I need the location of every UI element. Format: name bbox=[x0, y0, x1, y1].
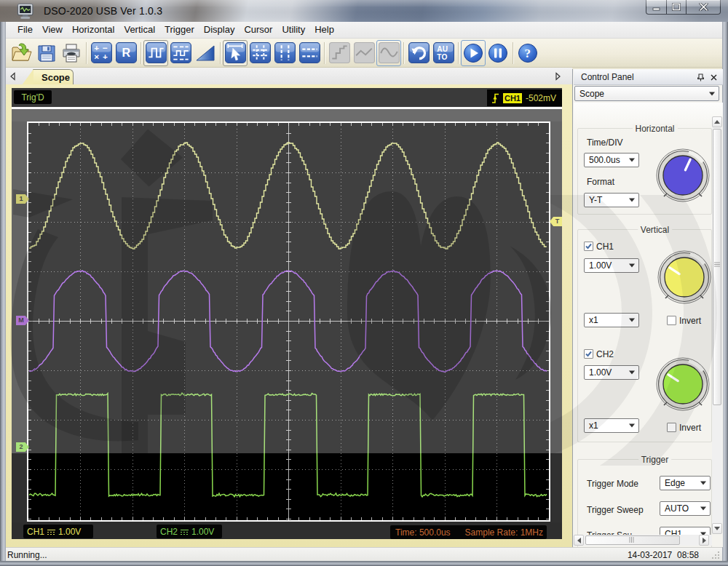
panel-selector-dropdown[interactable]: Scope bbox=[574, 86, 719, 101]
ch2-enable-checkbox[interactable] bbox=[584, 349, 593, 359]
toolbar-step-interp-button[interactable] bbox=[327, 40, 352, 66]
trigger-sweep-label: Trigger Sweep bbox=[587, 505, 644, 515]
time-div-knob[interactable] bbox=[654, 147, 711, 204]
panel-vscrollbar[interactable] bbox=[712, 116, 722, 534]
toolbar-refresh-button[interactable] bbox=[406, 40, 431, 66]
menu-display[interactable]: Display bbox=[199, 23, 240, 38]
math-icon: +−×+ bbox=[91, 42, 112, 63]
toolbar-horizontal-cursors-button[interactable] bbox=[297, 40, 322, 66]
toolbar-math-button[interactable]: +−×+ bbox=[89, 40, 114, 66]
toolbar-sine-interp-button[interactable] bbox=[376, 40, 401, 66]
trigger-mode-dropdown[interactable]: Edge bbox=[660, 476, 711, 490]
menu-utility[interactable]: Utility bbox=[277, 23, 309, 38]
toolbar-vertical-cursors-button[interactable] bbox=[272, 40, 297, 66]
status-bar: Running... 14-03-2017 08:58 bbox=[6, 547, 722, 561]
toolbar-cursor-button[interactable] bbox=[223, 40, 248, 66]
menu-help[interactable]: Help bbox=[310, 23, 339, 38]
trigger-level-marker[interactable]: T bbox=[550, 217, 562, 226]
vscroll-thumb[interactable] bbox=[713, 129, 721, 405]
ch2-invert-checkbox[interactable] bbox=[667, 423, 676, 432]
trigger-sweep-dropdown[interactable]: AUTO bbox=[660, 501, 711, 516]
sample-rate-value: Sample Rate: 1MHz bbox=[465, 527, 543, 538]
vertical-group-title: Vertical bbox=[638, 225, 672, 235]
scroll-down-button[interactable] bbox=[712, 523, 722, 534]
trigger-edge-icon bbox=[491, 92, 499, 104]
ch2-position-knob[interactable] bbox=[654, 356, 711, 412]
linear-interp-icon bbox=[354, 42, 375, 63]
menu-trigger[interactable]: Trigger bbox=[160, 23, 199, 38]
panel-close-icon[interactable] bbox=[711, 74, 717, 81]
toolbar-grid-button[interactable] bbox=[248, 40, 272, 66]
maximize-button[interactable] bbox=[666, 0, 687, 15]
menu-cursor[interactable]: Cursor bbox=[240, 23, 277, 38]
toolbar-pause-button[interactable] bbox=[486, 40, 510, 66]
ch1-probe-dropdown[interactable]: x1 bbox=[584, 313, 639, 327]
toolbar-separator bbox=[401, 41, 406, 65]
scroll-right-button[interactable] bbox=[699, 535, 709, 546]
toolbar-open-button[interactable] bbox=[9, 40, 34, 66]
tab-scroll-left-icon[interactable] bbox=[9, 72, 17, 81]
control-panel-header[interactable]: Control Panel bbox=[574, 69, 723, 85]
panel-hscrollbar[interactable] bbox=[574, 535, 712, 546]
grid-icon bbox=[250, 42, 271, 63]
toolbar-reference-button[interactable]: R bbox=[114, 40, 138, 66]
toolbar-separator bbox=[322, 41, 327, 65]
window-border-bottom bbox=[0, 561, 728, 566]
menu-view[interactable]: View bbox=[38, 23, 67, 38]
menu-bar: FileViewHorizontalVerticalTriggerDisplay… bbox=[6, 22, 722, 39]
ch1-scale-dropdown[interactable]: 1.00V bbox=[584, 258, 639, 273]
toolbar-ramp-button[interactable] bbox=[193, 40, 218, 66]
time-div-label: Time/DIV bbox=[587, 137, 623, 148]
toolbar-separator bbox=[456, 41, 461, 65]
status-datetime: 14-03-2017 08:58 bbox=[628, 550, 699, 560]
time-div-dropdown-value: 500.0us bbox=[589, 155, 620, 165]
toolbar-save-button[interactable] bbox=[34, 40, 59, 66]
vscroll-grip bbox=[714, 262, 720, 267]
scroll-up-button[interactable] bbox=[712, 116, 722, 127]
toolbar-linear-interp-button[interactable] bbox=[352, 40, 376, 66]
ch1-position-knob[interactable] bbox=[656, 249, 713, 306]
ch1-enable-checkbox[interactable] bbox=[584, 242, 593, 251]
play-icon bbox=[463, 43, 483, 63]
reference-icon: R bbox=[116, 42, 137, 63]
close-button[interactable] bbox=[687, 0, 721, 15]
tab-scope[interactable]: Scope bbox=[33, 69, 74, 84]
channel-readout-bar: CH1 1.00V CH2 1.00V Time: 500.0us Sample… bbox=[12, 522, 562, 539]
dropdown-arrow-icon bbox=[629, 159, 635, 162]
time-div-dropdown[interactable]: 500.0us bbox=[584, 153, 639, 167]
toolbar-help-button[interactable]: ? bbox=[515, 40, 540, 66]
toolbar-print-button[interactable] bbox=[59, 40, 84, 66]
scroll-left-button[interactable] bbox=[574, 535, 584, 546]
ch1-probe-dropdown-value: x1 bbox=[589, 315, 598, 325]
help-icon: ? bbox=[518, 43, 538, 63]
ch1-readout-label: CH1 bbox=[27, 527, 44, 537]
save-icon bbox=[37, 44, 56, 63]
ch2-scale-dropdown[interactable]: 1.00V bbox=[584, 365, 639, 380]
maximize-icon bbox=[672, 3, 681, 11]
scope-top-margin bbox=[12, 109, 562, 121]
waveform-plot[interactable] bbox=[28, 123, 549, 520]
toolbar-play-button[interactable] bbox=[461, 40, 486, 66]
minimize-icon bbox=[652, 4, 661, 11]
pin-icon[interactable] bbox=[697, 73, 704, 81]
toolbar-square-wave-button[interactable] bbox=[143, 40, 168, 66]
ch1-invert-checkbox[interactable] bbox=[667, 316, 676, 325]
tab-scroll-right-icon[interactable] bbox=[553, 72, 562, 81]
toolbar-auto-button[interactable]: AUTO bbox=[431, 40, 456, 66]
toolbar-dual-wave-button[interactable] bbox=[168, 40, 193, 66]
menu-horizontal[interactable]: Horizontal bbox=[68, 23, 119, 38]
vertical-cursors-icon bbox=[274, 42, 296, 63]
ch2-probe-dropdown[interactable]: x1 bbox=[584, 418, 639, 433]
format-dropdown[interactable]: Y-T bbox=[584, 193, 639, 207]
menu-file[interactable]: File bbox=[13, 23, 37, 38]
menu-vertical[interactable]: Vertical bbox=[119, 23, 159, 38]
minimize-button[interactable] bbox=[646, 0, 666, 15]
title-bar[interactable]: DSO-2020 USB Ver 1.0.3 bbox=[0, 0, 728, 22]
trigger-group-title: Trigger bbox=[638, 455, 672, 465]
trigger-status-bar: Trig'D CH1 -502mV bbox=[12, 88, 562, 107]
trigger-mode-label: Trigger Mode bbox=[587, 479, 638, 489]
ch1-readout-scale: 1.00V bbox=[58, 527, 81, 537]
resize-grip[interactable] bbox=[711, 551, 721, 560]
ch2-scale-dropdown-value: 1.00V bbox=[589, 367, 612, 378]
dropdown-arrow-icon bbox=[629, 371, 635, 375]
